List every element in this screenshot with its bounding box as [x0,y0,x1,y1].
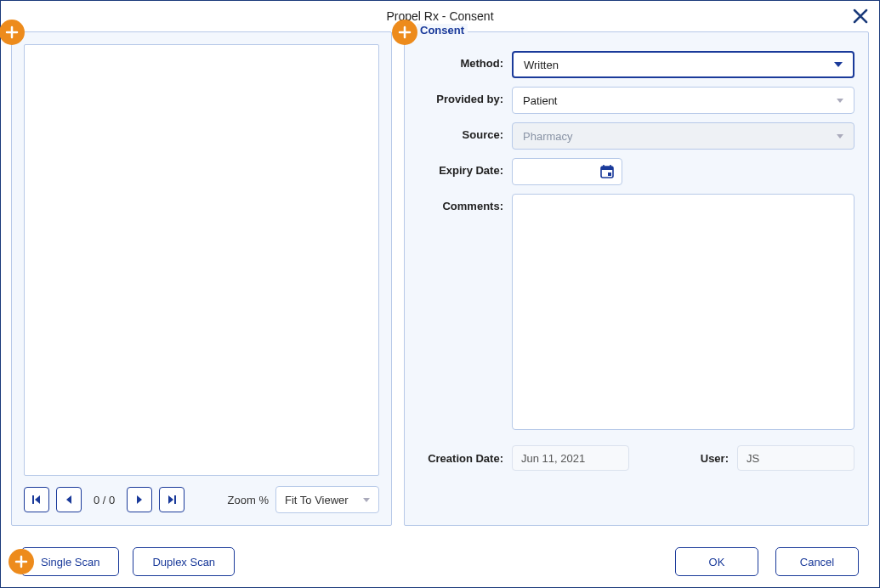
viewer-controls: 0 / 0 Zoom % Fit To Viewer [24,476,379,513]
help-badge-viewer[interactable] [0,20,25,45]
provided-by-label: Provided by: [418,87,512,105]
consent-form-panel: Consent Method: Written Provided by: Pat… [404,31,869,526]
expiry-date-input[interactable] [512,158,622,185]
calendar-icon [599,164,615,179]
method-value: Written [524,59,559,71]
document-viewer-panel: 0 / 0 Zoom % Fit To Viewer [11,31,392,526]
single-scan-button[interactable]: Single Scan [21,547,119,576]
last-page-icon [166,494,178,506]
prev-page-icon [64,494,74,506]
comments-textarea[interactable] [512,194,854,430]
first-page-icon [31,494,43,506]
svg-rect-1 [601,167,613,170]
ok-button[interactable]: OK [675,547,758,576]
creation-date-field: Jun 11, 2021 [512,445,629,471]
zoom-label: Zoom % [228,494,269,506]
prev-page-button[interactable] [56,487,82,512]
plus-icon [398,25,412,39]
user-label: User: [652,452,737,465]
close-button[interactable] [849,4,872,28]
dialog-content: 0 / 0 Zoom % Fit To Viewer Consent [1,31,879,536]
method-select[interactable]: Written [512,51,854,78]
creation-date-value: Jun 11, 2021 [521,452,585,465]
consent-dialog: Propel Rx - Consent 0 / 0 [0,0,880,588]
help-badge-scan[interactable] [9,549,34,574]
source-label: Source: [418,122,512,141]
chevron-down-icon [363,498,370,502]
zoom-select[interactable]: Fit To Viewer [275,486,379,513]
creation-date-label: Creation Date: [418,452,512,465]
panel-legend: Consent [417,24,468,37]
next-page-button[interactable] [127,487,152,512]
user-value: JS [747,452,759,465]
chevron-down-icon [837,134,843,139]
svg-rect-2 [608,172,611,176]
dialog-footer: Single Scan Duplex Scan OK Cancel [1,536,879,587]
duplex-scan-button[interactable]: Duplex Scan [133,547,235,576]
audit-row: Creation Date: Jun 11, 2021 User: JS [418,445,854,471]
comments-label: Comments: [418,194,512,212]
help-badge-form[interactable] [392,20,417,45]
user-field: JS [737,445,854,471]
first-page-button[interactable] [24,487,49,512]
source-value: Pharmacy [523,130,573,143]
source-select: Pharmacy [512,122,854,150]
last-page-button[interactable] [159,487,185,512]
expiry-date-label: Expiry Date: [418,158,512,177]
provided-by-select[interactable]: Patient [512,87,854,114]
chevron-down-icon [834,62,843,67]
method-label: Method: [418,51,512,70]
page-count: 0 / 0 [94,494,115,506]
zoom-value: Fit To Viewer [285,494,349,506]
close-icon [852,8,869,25]
document-viewer[interactable] [24,44,379,476]
plus-icon [14,555,28,568]
plus-icon [5,25,19,39]
provided-by-value: Patient [523,94,557,107]
cancel-button[interactable]: Cancel [775,547,859,576]
scan-button-group: Single Scan Duplex Scan [21,547,235,576]
chevron-down-icon [837,99,843,103]
next-page-icon [134,494,145,506]
